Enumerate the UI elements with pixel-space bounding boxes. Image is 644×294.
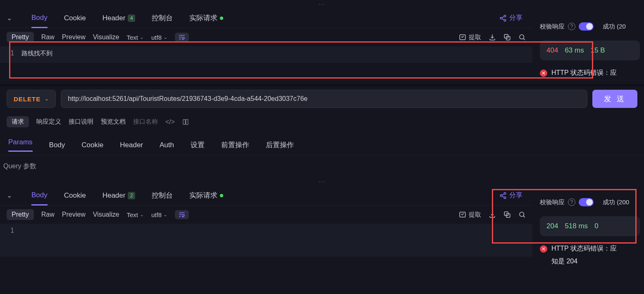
error-message: ✕ HTTP 状态码错误：应 <box>536 65 644 81</box>
tab-cookie[interactable]: Cookie <box>64 186 86 205</box>
share-button[interactable]: 分享 <box>499 191 522 200</box>
columns-icon[interactable] <box>182 119 189 125</box>
response-body-text[interactable]: 路线找不到 <box>20 46 532 63</box>
search-icon <box>518 33 526 41</box>
format-visualize[interactable]: Visualize <box>93 211 119 218</box>
tab-console-label: 控制台 <box>152 191 173 200</box>
ptab-params[interactable]: Params <box>8 138 33 152</box>
extract-label: 提取 <box>469 211 481 219</box>
ptab-header[interactable]: Header <box>120 141 143 149</box>
tab-console[interactable]: 控制台 <box>152 186 173 205</box>
ptab-post[interactable]: 后置操作 <box>266 140 294 150</box>
extract-button[interactable]: 提取 <box>459 33 481 41</box>
svg-point-1 <box>500 17 502 19</box>
status-dot-icon <box>220 194 223 197</box>
svg-line-3 <box>502 19 504 20</box>
ptab-pre[interactable]: 前置操作 <box>221 140 249 150</box>
error-text-2: 知是 204 <box>551 257 577 266</box>
encoding-select[interactable]: utf8 ⌄ <box>151 211 167 218</box>
svg-line-16 <box>502 194 504 195</box>
tab-header[interactable]: Header 4 <box>103 8 136 28</box>
tab-body[interactable]: Body <box>31 9 48 28</box>
status-dot-icon <box>220 17 223 20</box>
share-icon <box>499 192 507 199</box>
format-raw[interactable]: Raw <box>41 33 55 41</box>
encoding-select[interactable]: utf8 ⌄ <box>151 34 167 41</box>
search-button[interactable] <box>518 211 526 218</box>
download-button[interactable] <box>489 33 496 41</box>
format-raw[interactable]: Raw <box>41 211 55 218</box>
header-count-badge: 4 <box>128 14 135 22</box>
svg-point-2 <box>504 19 506 22</box>
status-size: 15 B <box>591 46 605 55</box>
chevron-down-icon: ⌄ <box>45 96 49 102</box>
tab-cookie[interactable]: Cookie <box>64 8 86 28</box>
ptab-body[interactable]: Body <box>49 141 65 149</box>
format-preview[interactable]: Preview <box>62 33 86 41</box>
tab-body-label: Body <box>31 14 48 22</box>
resize-handle[interactable]: ··· <box>0 0 644 8</box>
tab-actual-request[interactable]: 实际请求 <box>189 186 223 205</box>
response-body-text[interactable] <box>20 224 532 257</box>
resize-handle[interactable]: ··· <box>0 177 644 186</box>
tab-console-label: 控制台 <box>152 13 173 23</box>
content-type-label: Text <box>126 211 138 218</box>
error-message-line2: 知是 204 <box>536 257 644 270</box>
svg-point-20 <box>520 212 524 217</box>
share-label: 分享 <box>509 191 522 200</box>
svg-point-0 <box>504 15 506 17</box>
status-summary: 404 63 ms 15 B <box>540 41 640 60</box>
chevron-down-icon[interactable]: ⌄ <box>7 14 15 22</box>
svg-line-9 <box>523 38 525 40</box>
chevron-down-icon: ⌄ <box>163 34 167 40</box>
copy-icon <box>503 211 511 218</box>
svg-rect-11 <box>186 120 188 124</box>
success-label: 成功 (200 <box>603 198 629 206</box>
format-visualize[interactable]: Visualize <box>93 33 119 41</box>
help-icon[interactable]: ? <box>568 198 575 206</box>
extract-label: 提取 <box>469 33 481 41</box>
wrap-toggle[interactable] <box>175 33 189 42</box>
download-button[interactable] <box>489 211 496 218</box>
send-button[interactable]: 发 送 <box>592 90 637 108</box>
subtab-preview-doc[interactable]: 预览文档 <box>101 118 126 126</box>
status-size: 0 <box>594 222 598 230</box>
wrap-toggle[interactable] <box>175 210 189 219</box>
validate-toggle[interactable] <box>579 22 594 31</box>
method-select[interactable]: DELETE ⌄ <box>7 90 56 108</box>
help-icon[interactable]: ? <box>568 23 575 30</box>
api-name-placeholder[interactable]: 接口名称 <box>133 118 158 126</box>
copy-icon <box>503 33 511 41</box>
search-button[interactable] <box>518 33 526 41</box>
format-preview[interactable]: Preview <box>62 211 86 218</box>
copy-button[interactable] <box>503 33 511 41</box>
tab-actual-request[interactable]: 实际请求 <box>189 8 223 28</box>
tab-cookie-label: Cookie <box>64 191 86 200</box>
chevron-down-icon[interactable]: ⌄ <box>7 191 15 199</box>
line-number: 1 <box>0 46 20 63</box>
tab-header[interactable]: Header 2 <box>103 186 136 205</box>
ptab-settings[interactable]: 设置 <box>191 140 205 150</box>
status-time: 63 ms <box>565 46 584 55</box>
download-icon <box>489 33 496 41</box>
url-input[interactable] <box>61 90 587 108</box>
format-pretty[interactable]: Pretty <box>7 209 34 220</box>
subtab-api-desc[interactable]: 接口说明 <box>69 118 93 126</box>
copy-button[interactable] <box>503 211 511 218</box>
subtab-response-def[interactable]: 响应定义 <box>36 118 61 126</box>
ptab-auth[interactable]: Auth <box>160 141 174 149</box>
chevron-down-icon: ⌄ <box>163 212 167 218</box>
ptab-cookie[interactable]: Cookie <box>81 141 103 149</box>
tab-console[interactable]: 控制台 <box>152 8 173 28</box>
extract-button[interactable]: 提取 <box>459 211 481 219</box>
share-button[interactable]: 分享 <box>499 14 522 22</box>
tab-body[interactable]: Body <box>31 186 48 206</box>
subtab-request[interactable]: 请求 <box>7 116 29 127</box>
content-type-select[interactable]: Text ⌄ <box>126 34 144 41</box>
content-type-select[interactable]: Text ⌄ <box>126 211 144 218</box>
format-pretty[interactable]: Pretty <box>7 32 34 43</box>
wrap-icon <box>178 34 186 40</box>
status-time: 518 ms <box>565 222 588 230</box>
code-icon[interactable]: </> <box>165 118 175 126</box>
validate-toggle[interactable] <box>579 198 594 206</box>
